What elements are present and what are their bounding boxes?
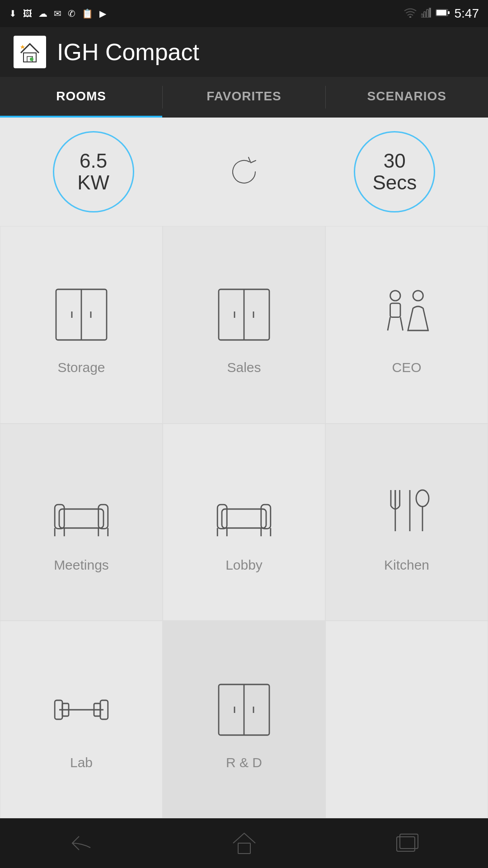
bottom-nav: [0, 818, 488, 868]
svg-rect-1: [421, 14, 423, 18]
lab-label: Lab: [70, 755, 93, 770]
wifi-icon: [404, 8, 417, 20]
app-logo: [14, 36, 46, 68]
lobby-label: Lobby: [225, 557, 263, 573]
meetings-label: Meetings: [54, 557, 109, 573]
battery-icon: [436, 9, 450, 19]
summary-row: 6.5 KW 30 Secs: [0, 118, 488, 226]
clipboard-icon: 📋: [82, 8, 93, 19]
kitchen-label: Kitchen: [384, 557, 429, 573]
svg-point-0: [409, 16, 411, 18]
timer-widget[interactable]: 30 Secs: [354, 131, 435, 212]
kitchen-icon: [371, 476, 443, 548]
svg-rect-8: [23, 53, 36, 62]
status-icons-left: ⬇ 🖼 ☁ ✉ ✆ 📋 ▶: [9, 8, 106, 19]
cloud-icon: ☁: [38, 8, 47, 19]
svg-marker-10: [20, 45, 25, 49]
svg-rect-21: [390, 303, 400, 317]
status-time: 5:47: [455, 6, 479, 21]
power-widget[interactable]: 6.5 KW: [53, 131, 134, 212]
svg-point-45: [416, 490, 429, 506]
ceo-label: CEO: [392, 360, 421, 375]
svg-rect-2: [424, 12, 426, 18]
app-title: IGH Compact: [57, 38, 199, 66]
storage-icon: [45, 278, 117, 351]
meetings-icon: [45, 476, 117, 548]
svg-rect-32: [222, 509, 266, 528]
ceo-icon: [371, 278, 443, 351]
svg-line-23: [400, 317, 403, 330]
sales-label: Sales: [227, 360, 261, 375]
app-bar: IGH Compact: [0, 27, 488, 77]
mail-icon: ✉: [54, 8, 61, 19]
room-kitchen[interactable]: Kitchen: [325, 424, 488, 621]
room-rd[interactable]: R & D: [163, 621, 325, 818]
svg-rect-25: [59, 509, 103, 528]
svg-rect-3: [427, 9, 428, 18]
svg-rect-6: [436, 10, 446, 15]
lab-icon: [45, 674, 117, 746]
room-lab[interactable]: Lab: [0, 621, 163, 818]
signal-icon: [421, 8, 431, 20]
image-icon: 🖼: [23, 9, 32, 19]
home-button[interactable]: [221, 830, 267, 857]
tab-favorites[interactable]: FAVORITES: [163, 77, 325, 118]
phone-icon: ✆: [68, 8, 75, 19]
power-value: 6.5 KW: [77, 150, 109, 194]
room-lobby[interactable]: Lobby: [163, 424, 325, 621]
status-bar: ⬇ 🖼 ☁ ✉ ✆ 📋 ▶: [0, 0, 488, 27]
room-grid: Storage Sales CE: [0, 226, 488, 818]
back-button[interactable]: [59, 830, 104, 857]
room-storage[interactable]: Storage: [0, 226, 163, 424]
status-icons-right: 5:47: [404, 6, 479, 21]
lobby-icon: [208, 476, 280, 548]
tab-rooms[interactable]: ROOMS: [0, 77, 162, 118]
svg-line-22: [388, 317, 390, 330]
svg-point-11: [30, 57, 33, 61]
rd-icon: [208, 674, 280, 746]
svg-point-20: [390, 291, 400, 301]
svg-rect-7: [448, 11, 450, 14]
svg-rect-4: [429, 8, 431, 18]
room-meetings[interactable]: Meetings: [0, 424, 163, 621]
svg-point-24: [413, 291, 423, 301]
storage-label: Storage: [57, 360, 105, 375]
room-sales[interactable]: Sales: [163, 226, 325, 424]
sales-icon: [208, 278, 280, 351]
play-icon: ▶: [99, 8, 106, 19]
svg-rect-55: [238, 843, 250, 854]
recents-button[interactable]: [384, 830, 429, 857]
download-icon: ⬇: [9, 8, 17, 19]
rd-label: R & D: [226, 755, 262, 770]
room-ceo[interactable]: CEO: [325, 226, 488, 424]
tab-bar: ROOMS FAVORITES SCENARIOS: [0, 77, 488, 118]
tab-scenarios[interactable]: SCENARIOS: [326, 77, 488, 118]
timer-value: 30 Secs: [372, 150, 417, 194]
refresh-button[interactable]: [221, 149, 267, 194]
room-empty: [325, 621, 488, 818]
